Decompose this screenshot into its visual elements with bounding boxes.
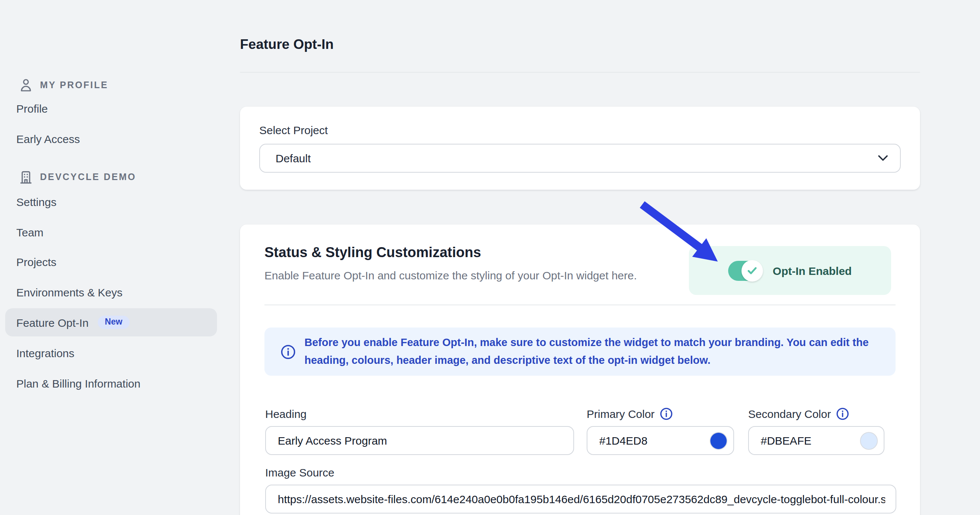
sidebar-item-plan-billing[interactable]: Plan & Billing Information (16, 377, 140, 390)
sidebar-section-label: DEVCYCLE DEMO (40, 172, 136, 182)
user-icon (20, 78, 32, 92)
check-icon (748, 266, 757, 274)
sidebar-item-integrations[interactable]: Integrations (16, 347, 75, 359)
page-title: Feature Opt-In (240, 36, 334, 53)
heading-label: Heading (265, 408, 307, 420)
project-select[interactable]: Default (259, 144, 901, 173)
sidebar-item-environments-keys[interactable]: Environments & Keys (16, 286, 123, 299)
card-title: Status & Styling Customizations (264, 244, 481, 261)
info-icon (281, 344, 296, 359)
info-icon[interactable] (660, 408, 672, 420)
building-icon (20, 171, 32, 184)
sidebar-section-label: MY PROFILE (40, 80, 108, 91)
card-divider (264, 305, 896, 305)
select-project-card: Select Project Default (240, 107, 920, 190)
opt-in-panel: Opt-In Enabled (689, 246, 891, 295)
sidebar-section-my-profile: MY PROFILE (20, 78, 108, 92)
primary-color-swatch[interactable] (710, 432, 727, 449)
select-project-label: Select Project (259, 124, 328, 136)
card-subtitle: Enable Feature Opt-In and customize the … (264, 269, 637, 282)
new-badge: New (97, 316, 130, 329)
app-window: MY PROFILE Profile Early Access DEVCYCLE… (0, 0, 980, 515)
opt-in-toggle[interactable] (728, 260, 762, 281)
secondary-color-label-group: Secondary Color (748, 408, 848, 420)
settings-sidebar: MY PROFILE Profile Early Access DEVCYCLE… (0, 0, 222, 515)
sidebar-item-profile[interactable]: Profile (16, 102, 48, 115)
info-alert-text: Before you enable Feature Opt-In, make s… (304, 335, 881, 369)
secondary-color-swatch[interactable] (861, 432, 877, 449)
title-divider (240, 72, 920, 73)
info-icon[interactable] (836, 408, 848, 420)
image-source-input[interactable] (265, 485, 896, 513)
primary-color-input[interactable]: #1D4ED8 (587, 426, 734, 455)
sidebar-item-feature-opt-in[interactable]: Feature Opt-In New (5, 308, 217, 336)
status-styling-card: Status & Styling Customizations Enable F… (240, 225, 920, 515)
sidebar-section-devcycle-demo: DEVCYCLE DEMO (20, 171, 136, 184)
secondary-color-value: #DBEAFE (761, 434, 811, 447)
heading-input[interactable] (265, 426, 574, 455)
opt-in-toggle-label: Opt-In Enabled (773, 264, 851, 277)
chevron-down-icon (878, 155, 888, 161)
primary-color-label-group: Primary Color (587, 408, 672, 420)
info-alert: Before you enable Feature Opt-In, make s… (264, 327, 896, 376)
field-labels-row: Heading Primary Color Secondary Color (240, 408, 920, 423)
primary-color-value: #1D4ED8 (599, 434, 648, 447)
sidebar-item-settings[interactable]: Settings (16, 196, 56, 208)
project-select-value: Default (275, 152, 311, 164)
sidebar-item-team[interactable]: Team (16, 226, 43, 239)
toggle-knob (741, 260, 763, 281)
sidebar-item-label: Feature Opt-In (16, 316, 89, 328)
sidebar-item-early-access[interactable]: Early Access (16, 132, 80, 145)
image-source-label: Image Source (265, 466, 334, 479)
secondary-color-input[interactable]: #DBEAFE (748, 426, 885, 455)
sidebar-item-projects[interactable]: Projects (16, 256, 56, 268)
